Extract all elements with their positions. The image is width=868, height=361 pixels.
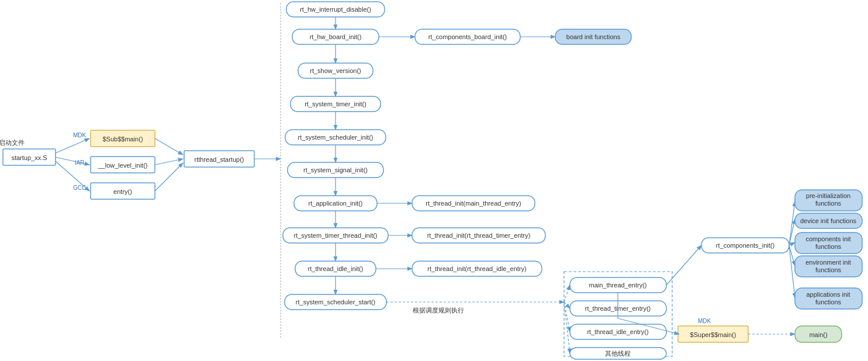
application-init-label: rt_application_init() xyxy=(309,200,363,207)
system-signal-init-label: rt_system_signal_init() xyxy=(303,166,368,173)
components-board-init-label: rt_components_board_init() xyxy=(428,33,507,40)
show-version-label: rt_show_version() xyxy=(310,67,361,74)
arrow-entry-to-rt xyxy=(155,163,183,191)
applications-init-functions-label2: functions xyxy=(815,298,842,306)
components-init-functions-label: components init xyxy=(805,235,850,242)
entry-label: entry() xyxy=(113,188,132,195)
system-timer-thread-init-label: rt_system_timer_thread_init() xyxy=(293,232,377,239)
applications-init-functions-label: applications init xyxy=(806,291,850,298)
super-main-label: $Super$$main() xyxy=(690,331,736,338)
thread-idle-init-label: rt_thread_idle_init() xyxy=(308,265,364,272)
pre-init-functions-label: pre-initialization xyxy=(806,192,850,199)
rtthread-startup-label: rtthread_startup() xyxy=(195,156,244,163)
sub-main-label: $Sub$$main() xyxy=(102,136,143,143)
other-threads-label: 其他线程 xyxy=(605,350,631,357)
arrow-to-main-entry xyxy=(564,285,570,302)
hw-board-init-label: rt_hw_board_init() xyxy=(310,33,362,40)
system-scheduler-init-label: rt_system_scheduler_init() xyxy=(298,134,374,141)
schedule-label: 根据调度规则执行 xyxy=(413,307,464,314)
system-timer-init-label: rt_system_timer_init() xyxy=(305,100,366,107)
startup-file-label: 启动文件 xyxy=(0,139,25,146)
low-level-init-label: __low_level_init() xyxy=(98,162,148,169)
device-init-functions-label: device init functions xyxy=(800,217,856,224)
arrow-to-sub-main xyxy=(56,138,89,153)
main-thread-entry-label: main_thread_entry() xyxy=(589,282,646,289)
components-init-functions-label2: functions xyxy=(815,243,842,250)
gcc-label: GCC xyxy=(73,185,86,191)
mdk-label2: MDK xyxy=(698,318,711,324)
environment-init-functions-label: environment init xyxy=(805,259,851,266)
arrow-main-to-comp-init xyxy=(666,245,701,285)
pre-init-functions-label2: functions xyxy=(815,200,842,207)
arrow-sub-to-rt xyxy=(155,138,183,155)
thread-init-timer-label: rt_thread_init(rt_thread_timer_entry) xyxy=(427,232,531,239)
system-scheduler-start-label: rt_system_scheduler_start() xyxy=(296,298,375,306)
startup-xx-label: startup_xx.S xyxy=(11,154,47,161)
environment-init-functions-label2: functions xyxy=(815,266,842,273)
thread-init-main-label: rt_thread_init(main_thread_entry) xyxy=(426,200,521,207)
main-func-label: main() xyxy=(809,331,827,338)
mdk-label: MDK xyxy=(73,132,87,138)
thread-init-idle-label: rt_thread_init(rt_thread_idle_entry) xyxy=(427,265,526,272)
arrow-comp-to-app-init xyxy=(789,245,795,298)
rt-thread-idle-entry-label: rt_thread_idle_entry() xyxy=(587,328,648,335)
hw-interrupt-disable-label: rt_hw_interrupt_disable() xyxy=(300,6,371,13)
board-init-functions-label: board init functions xyxy=(566,33,621,40)
components-init-label: rt_components_init() xyxy=(716,242,774,249)
arrow-low-to-rt xyxy=(155,159,183,165)
